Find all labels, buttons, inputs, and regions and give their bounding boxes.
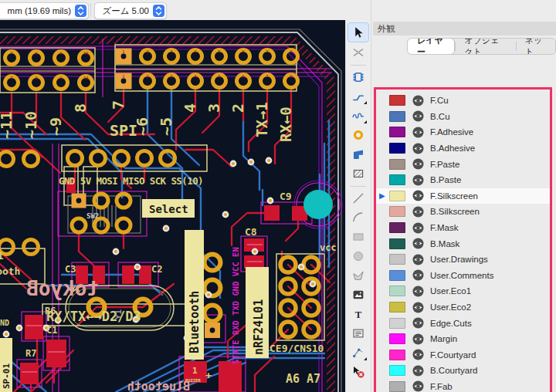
- polygon-tool-button[interactable]: [348, 266, 368, 285]
- rectangle-tool-button[interactable]: [348, 228, 368, 246]
- arc-tool-button[interactable]: [348, 208, 368, 227]
- layer-row-edge-cuts[interactable]: Edge.Cuts: [376, 315, 550, 331]
- layer-color-swatch[interactable]: [389, 222, 405, 233]
- layer-list: F.CuB.CuF.AdhesiveB.AdhesiveF.PasteB.Pas…: [376, 90, 550, 392]
- svg-text:C3: C3: [65, 264, 76, 275]
- visibility-eye-icon[interactable]: [412, 95, 424, 106]
- layer-row-b-mask[interactable]: B.Mask: [376, 235, 550, 252]
- layer-color-swatch[interactable]: [389, 270, 405, 281]
- layer-row-f-mask[interactable]: F.Mask: [376, 220, 550, 236]
- layer-name: F.Fab: [430, 382, 453, 391]
- layer-name: B.Mask: [430, 239, 459, 248]
- layer-name: User.Comments: [430, 271, 493, 280]
- svg-text:7: 7: [266, 49, 268, 54]
- tab-objects[interactable]: オブジェクト: [455, 39, 516, 54]
- text-tool-button[interactable]: T: [348, 305, 368, 323]
- svg-text:~11: ~11: [0, 111, 15, 139]
- layer-color-swatch[interactable]: [389, 381, 405, 392]
- svg-text:T: T: [355, 309, 362, 320]
- visibility-eye-icon[interactable]: [412, 158, 424, 170]
- visibility-eye-icon[interactable]: [412, 222, 424, 234]
- layer-color-swatch[interactable]: [389, 333, 405, 344]
- layer-row-b-adhesive[interactable]: B.Adhesive: [376, 140, 550, 157]
- layer-color-swatch[interactable]: [389, 365, 405, 376]
- visibility-eye-icon[interactable]: [412, 286, 424, 297]
- layer-row-b-paste[interactable]: B.Paste: [376, 172, 550, 188]
- svg-text:RX/TX←→D2/D3: RX/TX←→D2/D3: [46, 309, 141, 324]
- visibility-eye-icon[interactable]: [412, 365, 424, 377]
- layer-color-swatch[interactable]: [389, 302, 405, 313]
- layer-row-user-eco2[interactable]: User.Eco2: [376, 299, 550, 316]
- highlight-net-tool-button[interactable]: [348, 43, 368, 62]
- layer-row-f-courtyard[interactable]: F.Courtyard: [376, 347, 550, 363]
- layer-color-swatch[interactable]: [389, 127, 405, 137]
- zoom-stepper-icon[interactable]: [153, 5, 164, 17]
- layer-row-f-paste[interactable]: F.Paste: [376, 156, 550, 172]
- circle-tool-button[interactable]: [348, 247, 368, 265]
- visibility-eye-icon[interactable]: [412, 127, 424, 138]
- tab-nets[interactable]: ネット: [516, 39, 555, 54]
- visibility-eye-icon[interactable]: [412, 302, 424, 313]
- layer-color-swatch[interactable]: [389, 111, 405, 122]
- grid-select[interactable]: mm (19.69 mils): [0, 2, 89, 19]
- svg-text:6: 6: [242, 74, 244, 79]
- tune-length-tool-button[interactable]: [348, 106, 368, 125]
- delete-tool-button[interactable]: [348, 363, 368, 381]
- svg-text:C2: C2: [151, 264, 162, 275]
- layer-row-f-fab[interactable]: F.Fab: [376, 379, 550, 392]
- layer-row-user-eco1[interactable]: User.Eco1: [376, 283, 550, 299]
- layer-name: B.Silkscreen: [430, 207, 480, 216]
- pcb-canvas[interactable]: 77889910101122334455667788 ~11~10~987~6~…: [0, 20, 345, 392]
- grid-stepper-icon[interactable]: [75, 5, 86, 17]
- rule-area-tool-button[interactable]: [348, 164, 368, 183]
- svg-text:~9: ~9: [46, 117, 65, 136]
- visibility-eye-icon[interactable]: [412, 333, 424, 345]
- layer-color-swatch[interactable]: [389, 206, 405, 217]
- zoom-select[interactable]: ズーム 5.00: [94, 2, 167, 19]
- dimension-tool-button[interactable]: [348, 343, 368, 362]
- visibility-eye-icon[interactable]: [412, 317, 424, 329]
- layer-row-f-silkscreen[interactable]: ▶F.Silkscreen: [376, 188, 550, 204]
- line-tool-button[interactable]: [348, 189, 368, 208]
- via-tool-button[interactable]: [348, 126, 368, 144]
- route-tracks-tool-button[interactable]: [348, 87, 368, 106]
- svg-text:3: 3: [205, 103, 223, 113]
- visibility-eye-icon[interactable]: [412, 254, 424, 265]
- layer-row-b-courtyard[interactable]: B.Courtyard: [376, 363, 550, 379]
- visibility-eye-icon[interactable]: [412, 143, 424, 154]
- visibility-eye-icon[interactable]: [412, 174, 424, 186]
- layer-row-f-cu[interactable]: F.Cu: [376, 93, 550, 109]
- footprint-tool-button[interactable]: [348, 68, 368, 86]
- textbox-tool-button[interactable]: [348, 324, 368, 343]
- layer-color-swatch[interactable]: [389, 174, 405, 185]
- drawing-toolbar: T: [345, 20, 371, 392]
- visibility-eye-icon[interactable]: [412, 380, 424, 392]
- appearance-panel: 外観 レイヤー オブジェクト ネット F.CuB.CuF.AdhesiveB.A…: [371, 0, 556, 392]
- layer-row-f-adhesive[interactable]: F.Adhesive: [376, 124, 550, 140]
- layer-row-margin[interactable]: Margin: [376, 331, 550, 347]
- layer-color-swatch[interactable]: [389, 238, 405, 249]
- layer-color-swatch[interactable]: [389, 254, 405, 265]
- visibility-eye-icon[interactable]: [412, 190, 424, 201]
- visibility-eye-icon[interactable]: [412, 238, 424, 249]
- zone-tool-button[interactable]: [348, 145, 368, 164]
- layer-row-user-drawings[interactable]: User.Drawings: [376, 252, 550, 268]
- visibility-eye-icon[interactable]: [412, 206, 424, 218]
- visibility-eye-icon[interactable]: [412, 110, 424, 122]
- layers-panel-highlight: F.CuB.CuF.AdhesiveB.AdhesiveF.PasteB.Pas…: [374, 87, 552, 392]
- visibility-eye-icon[interactable]: [412, 349, 424, 360]
- layer-color-swatch[interactable]: [389, 350, 405, 360]
- layer-color-swatch[interactable]: [389, 95, 405, 106]
- tab-layers[interactable]: レイヤー: [407, 38, 455, 55]
- layer-color-swatch[interactable]: [389, 159, 405, 170]
- image-tool-button[interactable]: [348, 286, 368, 304]
- layer-color-swatch[interactable]: [389, 286, 405, 296]
- layer-row-b-silkscreen[interactable]: B.Silkscreen: [376, 204, 550, 220]
- layer-color-swatch[interactable]: [389, 143, 405, 154]
- select-tool-button[interactable]: [348, 22, 369, 42]
- visibility-eye-icon[interactable]: [412, 269, 424, 281]
- layer-row-b-cu[interactable]: B.Cu: [376, 109, 550, 125]
- layer-color-swatch[interactable]: [389, 318, 405, 329]
- layer-color-swatch[interactable]: [389, 191, 405, 201]
- layer-row-user-comments[interactable]: User.Comments: [376, 268, 550, 284]
